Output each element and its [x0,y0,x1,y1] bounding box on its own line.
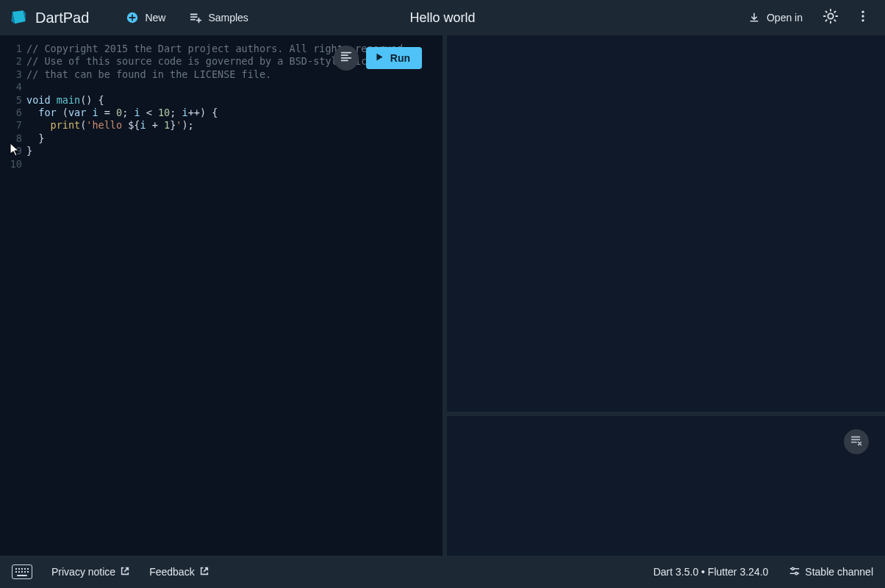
bottom-bar: Privacy notice Feedback Dart 3.5.0 • Flu… [0,556,885,588]
main-area: 12345678910 // Copyright 2015 the Dart p… [0,35,885,556]
code-editor-pane: 12345678910 // Copyright 2015 the Dart p… [0,35,442,556]
play-icon [375,52,384,64]
open-external-icon [199,566,209,578]
open-in-label: Open in [767,12,803,24]
privacy-link[interactable]: Privacy notice [51,566,130,578]
more-vert-icon [856,9,870,26]
clear-list-icon [850,434,863,450]
dart-logo-icon [9,8,28,27]
channel-selector[interactable]: Stable channel [789,565,873,579]
code-editor[interactable]: // Copyright 2015 the Dart project autho… [25,35,442,556]
version-info: Dart 3.5.0 • Flutter 3.24.0 [653,566,769,578]
svg-point-10 [795,572,798,574]
output-pane [447,35,885,556]
download-icon [748,11,761,24]
svg-point-4 [828,13,833,18]
svg-point-7 [861,19,864,21]
theme-toggle-button[interactable] [817,4,844,31]
channel-label: Stable channel [805,566,873,578]
playlist-add-icon [189,11,202,24]
open-external-icon [120,566,130,578]
tune-icon [789,565,800,579]
run-toolbar: Run [334,46,422,71]
plus-circle-icon [126,11,139,24]
app-logo[interactable]: DartPad [9,8,89,27]
new-button[interactable]: New [117,7,174,29]
svg-point-5 [861,11,864,13]
console-area [447,416,885,556]
run-button[interactable]: Run [366,47,422,69]
samples-button[interactable]: Samples [180,7,257,29]
app-output-area [447,35,885,412]
format-align-left-icon [340,50,353,66]
clear-console-button[interactable] [844,429,869,454]
format-button[interactable] [334,46,359,71]
privacy-label: Privacy notice [51,566,115,578]
svg-marker-8 [376,54,382,61]
svg-point-6 [861,15,864,17]
sun-icon [823,8,839,27]
line-number-gutter: 12345678910 [0,35,25,556]
page-title: Hello world [409,10,475,26]
samples-label: Samples [208,12,248,24]
new-label: New [145,12,165,24]
overflow-menu-button[interactable] [850,4,876,31]
top-toolbar: DartPad New Samples Hello world Open in [0,0,885,35]
app-name: DartPad [35,10,89,26]
feedback-label: Feedback [149,566,194,578]
svg-point-9 [792,567,794,570]
run-label: Run [390,52,410,64]
keyboard-shortcuts-button[interactable] [12,564,32,579]
feedback-link[interactable]: Feedback [149,566,209,578]
open-in-button[interactable]: Open in [739,7,811,29]
